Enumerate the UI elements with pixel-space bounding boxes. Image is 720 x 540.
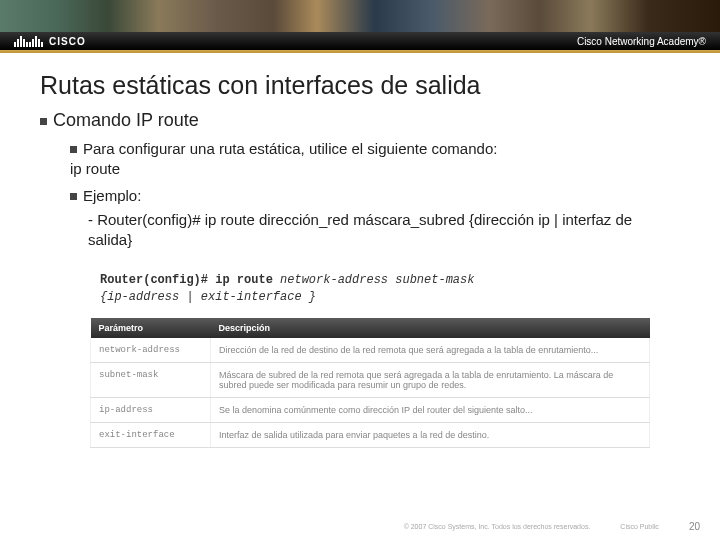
cisco-logo-text: CISCO (49, 36, 86, 47)
slide-footer: © 2007 Cisco Systems, Inc. Todos los der… (0, 521, 720, 532)
academy-label: Cisco Networking Academy® (577, 36, 706, 47)
slide-subtitle: Comando IP route (40, 110, 680, 131)
subtitle-text: Comando IP route (53, 110, 199, 130)
param-desc: Se la denomina comúnmente como dirección… (211, 397, 650, 422)
bullet-square-icon (70, 146, 77, 153)
table-row: network-address Dirección de la red de d… (91, 338, 650, 363)
code-example-box: Router(config)# ip route network-address… (90, 264, 650, 448)
table-row: ip-address Se la denomina comúnmente com… (91, 397, 650, 422)
bullet-square-icon (40, 118, 47, 125)
table-header-param: Parámetro (91, 318, 211, 338)
example-label: Ejemplo: (83, 187, 141, 204)
table-row: exit-interface Interfaz de salida utiliz… (91, 422, 650, 447)
cisco-logo: CISCO (14, 36, 86, 47)
param-name: exit-interface (91, 422, 211, 447)
param-desc: Máscara de subred de la red remota que s… (211, 362, 650, 397)
code-line: Router(config)# ip route network-address… (90, 264, 650, 314)
code-line2: {ip-address | exit-interface } (100, 290, 316, 304)
list-item: Para configurar una ruta estática, utili… (70, 139, 680, 180)
example-text: - Router(config)# ip route dirección_red… (88, 210, 680, 251)
page-number: 20 (689, 521, 700, 532)
code-prompt: Router(config)# ip route (100, 273, 280, 287)
param-name: subnet-mask (91, 362, 211, 397)
param-desc: Dirección de la red de destino de la red… (211, 338, 650, 363)
table-header-desc: Descripción (211, 318, 650, 338)
footer-label: Cisco Public (620, 523, 659, 530)
table-header-row: Parámetro Descripción (91, 318, 650, 338)
param-name: ip-address (91, 397, 211, 422)
list-item: Ejemplo: - Router(config)# ip route dire… (70, 186, 680, 251)
bullet-square-icon (70, 193, 77, 200)
config-cmd-text: ip route (70, 160, 120, 177)
slide-content: Rutas estáticas con interfaces de salida… (0, 53, 720, 448)
header-band: CISCO Cisco Networking Academy® (0, 0, 720, 50)
param-desc: Interfaz de salida utilizada para enviar… (211, 422, 650, 447)
slide-title: Rutas estáticas con interfaces de salida (40, 71, 680, 100)
parameter-table: Parámetro Descripción network-address Di… (90, 318, 650, 448)
config-intro-text: Para configurar una ruta estática, utili… (83, 140, 497, 157)
code-args: network-address subnet-mask (280, 273, 474, 287)
header-black-bar: CISCO Cisco Networking Academy® (0, 32, 720, 50)
table-row: subnet-mask Máscara de subred de la red … (91, 362, 650, 397)
copyright-text: © 2007 Cisco Systems, Inc. Todos los der… (404, 523, 591, 530)
cisco-logo-bars-icon (14, 36, 43, 47)
body-list: Para configurar una ruta estática, utili… (70, 139, 680, 250)
param-name: network-address (91, 338, 211, 363)
